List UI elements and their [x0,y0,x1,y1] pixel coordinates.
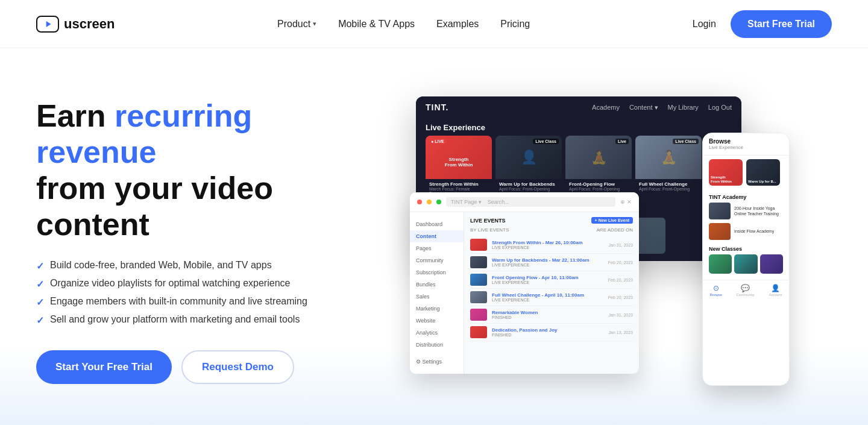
browse-label: Browse [710,293,722,297]
login-button[interactable]: Login [693,19,716,30]
sidebar-item-content[interactable]: Content [410,230,464,242]
mobile-academy-title: TINT Academy [703,190,789,203]
start-free-trial-button[interactable]: Start Free Trial [731,10,832,38]
new-class-thumbnail [760,254,783,274]
navbar: uscreen Product ▾ Mobile & TV Apps Examp… [0,0,868,48]
mobile-academy-item: 200-Hour Inside Yoga Online Teacher Trai… [709,203,783,219]
sidebar-item-dashboard[interactable]: Dashboard [410,218,464,230]
mobile-new-classes-title: New Classes [703,244,789,254]
admin-bar: TINT Page ▾ Search... ⊕ ✕ [410,192,639,212]
mobile-card-row: StrengthFrom Within Warm Up for B... [703,159,789,190]
new-class-thumbnail [709,254,732,274]
admin-sidebar: Dashboard Content Pages Community Subscr… [410,212,464,374]
event-info: Warm Up for Backbends - Mar 22, 11:00am … [492,257,603,267]
check-icon: ✓ [36,297,44,308]
card-thumbnail: ● LIVE StrengthFrom Within [426,136,492,179]
hero-bullets: ✓ Build code-free, branded Web, Mobile, … [36,260,374,326]
event-thumbnail [470,309,487,321]
admin-controls: ⊕ ✕ [620,199,632,205]
mockup-nav-library: My Library [668,104,699,112]
academy-item-label: 200-Hour Inside Yoga Online Teacher Trai… [734,206,783,216]
event-thumbnail [470,239,487,251]
live-class-badge: Live [615,139,629,144]
nav-examples[interactable]: Examples [436,19,479,30]
mobile-card-text: Warm Up for B... [748,180,776,184]
admin-content-area: LIVE EVENTS + New Live Event BY LIVE EVE… [464,212,639,374]
nav-pricing[interactable]: Pricing [500,19,530,30]
logo[interactable]: uscreen [36,16,115,33]
admin-event-row: Warm Up for Backbends - Mar 22, 11:00am … [470,254,633,271]
sidebar-item-website[interactable]: Website [410,315,464,327]
mobile-academy-items: 200-Hour Inside Yoga Online Teacher Trai… [703,203,789,240]
sidebar-item-settings[interactable]: ⚙ Settings [410,356,464,368]
list-item: ✓ Engage members with built-in community… [36,296,374,308]
browse-icon: ⊙ [713,284,719,292]
sidebar-item-distribution[interactable]: Distribution [410,339,464,351]
mobile-card-text: StrengthFrom Within [711,175,732,184]
list-item: ✓ Build code-free, branded Web, Mobile, … [36,260,374,272]
card-thumbnail: 🧘 Live Class [635,136,702,179]
new-live-event-button[interactable]: + New Live Event [591,217,633,224]
event-thumbnail [470,256,487,268]
list-item: ✓ Organize video playlists for optimal w… [36,278,374,290]
window-minimize-dot [427,200,432,204]
chevron-down-icon: ▾ [313,20,316,28]
account-icon: 👤 [771,284,780,292]
admin-event-row: Front Opening Flow - Apr 10, 11:00am LIV… [470,271,633,289]
mockup-nav-bar: TINT. Academy Content ▾ My Library Log O… [416,96,741,118]
check-icon: ✓ [36,260,44,272]
hero-title-plain: Earn [36,98,115,133]
academy-item-label: Inside Flow Academy [734,228,774,234]
live-class-badge: Live Class [673,139,699,144]
live-experience-title: Live Experience [416,118,741,136]
academy-thumbnail [709,223,731,240]
sidebar-item-pages[interactable]: Pages [410,242,464,254]
mobile-bottom-community[interactable]: 💬 Community [736,284,754,297]
new-class-thumbnail [734,254,757,274]
mobile-bottom-browse[interactable]: ⊙ Browse [710,284,722,297]
sidebar-item-marketing[interactable]: Marketing [410,303,464,315]
sidebar-item-sales[interactable]: Sales [410,291,464,303]
mobile-academy-item: Inside Flow Academy [709,223,783,240]
card-thumbnail: 🧘 Live [565,136,632,179]
community-label: Community [736,293,754,297]
live-class-badge: Live Class [533,139,559,144]
card-label: Warm Up for Backbends April Focus: Front… [495,179,562,194]
nav-mobile-tv[interactable]: Mobile & TV Apps [338,19,415,30]
list-item: ✓ Sell and grow your platform with marke… [36,314,374,326]
hero-section: Earn recurring revenue from your video c… [0,48,868,422]
mobile-card: Warm Up for B... [746,159,780,186]
window-close-dot [417,200,422,204]
academy-thumbnail [709,203,731,219]
admin-table-header: BY LIVE EVENTS ARE ADDED ON [470,227,633,233]
mockup-nav-academy: Academy [592,104,620,112]
mobile-browse-title: Browse [709,138,783,145]
sidebar-item-community[interactable]: Community [410,254,464,266]
card-item: 🧘 Live Class Full Wheel Challenge April … [635,136,702,198]
nav-links: Product ▾ Mobile & TV Apps Examples Pric… [277,19,530,30]
event-thumbnail [470,274,487,286]
card-label: Front-Opening Flow April Focus: Front-Op… [565,179,632,194]
sidebar-item-analytics[interactable]: Analytics [410,327,464,339]
card-item: 🧘 Live Front-Opening Flow April Focus: F… [565,136,632,198]
logo-icon [36,16,59,33]
mobile-bottom-account[interactable]: 👤 Account [769,284,782,297]
mockup-nav-links: Academy Content ▾ My Library Log Out [592,104,732,112]
start-free-trial-hero-button[interactable]: Start Your Free Trial [36,350,172,384]
community-icon: 💬 [741,284,750,292]
live-badge: ● LIVE [429,139,447,144]
mobile-live-exp: Live Experience [709,145,783,150]
sidebar-item-bundles[interactable]: Bundles [410,279,464,291]
request-demo-button[interactable]: Request Demo [181,350,294,384]
mobile-card: StrengthFrom Within [709,159,743,186]
sidebar-item-subscription[interactable]: Subscription [410,266,464,279]
admin-event-row: Dedication, Passion and Joy FINISHED Jan… [470,324,633,341]
nav-product[interactable]: Product ▾ [277,19,316,30]
hero-mockup: TINT. Academy Content ▾ My Library Log O… [374,90,832,392]
mobile-new-row [703,254,789,277]
hero-title: Earn recurring revenue from your video c… [36,98,374,242]
admin-body: Dashboard Content Pages Community Subscr… [410,212,639,374]
hero-left: Earn recurring revenue from your video c… [36,98,374,383]
event-info: Strength From Within - Mar 26, 10:00am L… [492,240,604,250]
admin-content-header: LIVE EVENTS [470,218,506,224]
